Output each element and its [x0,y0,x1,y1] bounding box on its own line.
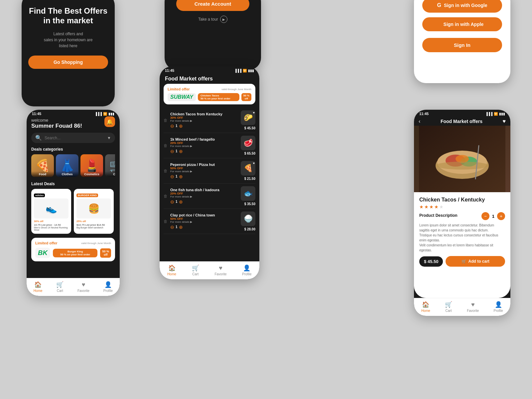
product-detail-body: Chicken Tacos / Kentucky ★ ★ ★ ★ ★ Produ… [414,192,510,298]
fi-off-0: 30% OFF [170,116,238,119]
trash-icon-3[interactable]: 🗑 [164,194,168,199]
latest-deals-row: adidas 👟 30% off 10.75 List price : 14.5… [31,189,115,234]
p4-lo-valid: valid through June Month [221,88,251,91]
qty-minus-3[interactable]: ⊖ [170,199,174,204]
qty-plus-3[interactable]: ⊕ [179,199,183,204]
nav-profile[interactable]: 👤 Profile [103,281,113,293]
qty-plus-1[interactable]: ⊕ [179,149,183,154]
category-food[interactable]: 🍕 Food [31,154,54,177]
cart-icon-detail: 🛒 [462,259,466,264]
p4-deal-box: Chicken Tacos50 % on your first order [198,93,239,101]
bottom-nav-detail: 🏠 Home 🛒 Cart ♥ Favorite 👤 Profile [414,298,510,316]
hero-svg [419,126,505,192]
deal-card-adidas[interactable]: adidas 👟 30% off 10.75 List price : 14.5… [31,189,71,234]
qty-minus-2[interactable]: ⊖ [170,174,174,179]
category-cosmetics-label: Cosmetics [80,171,103,177]
favorite-button[interactable]: ♥ [503,118,506,124]
sign-in-apple-button[interactable]: Sign in with Apple [422,17,502,31]
nav-detail-home-label: Home [421,309,430,313]
category-more[interactable]: 🛒 Ch... [105,154,115,177]
food-item-2: 🗑 Peperoni pizza / Pizza hut 50% OFF For… [164,158,255,184]
star-5: ★ [439,204,444,209]
phone-home: 11:45 ▐▐▐ 🛜 ▮▮▮ welcome Summer Fouad 86!… [27,110,120,296]
trash-icon-2[interactable]: 🗑 [164,169,168,173]
nav-cart[interactable]: 🛒 Cart [56,281,64,293]
deal-price-bk: $10.75 List price $14.50 [76,223,111,226]
nav-food-profile[interactable]: 👤 Profile [242,264,251,276]
star-3: ★ [429,204,434,209]
detail-profile-icon: 👤 [495,301,502,308]
trash-icon-4[interactable]: 🗑 [164,219,168,224]
nav-favorite[interactable]: ♥ Favorite [77,281,89,293]
qty-plus-0[interactable]: ⊕ [179,123,183,129]
food-item-3: 🗑 One fish tuna dish / kadoura 20% OFF F… [164,184,255,209]
nav-detail-home[interactable]: 🏠 Home [421,301,430,313]
svg-point-6 [436,162,489,170]
home-icon: 🏠 [34,281,42,288]
nav-profile-label: Profile [103,289,113,293]
trash-icon-0[interactable]: 🗑 [164,118,168,123]
limited-offer-card: Limited offer valid through June Month B… [31,238,115,261]
nav-detail-fav-label: Favorite [467,309,479,313]
nav-food-favorite[interactable]: ♥ Favorite [214,265,226,276]
nav-food-home-label: Home [167,272,176,276]
nav-food-cart[interactable]: 🛒 Cart [192,264,199,276]
nav-detail-cart[interactable]: 🛒 Cart [445,301,452,313]
back-button[interactable]: ‹ [419,118,420,124]
fi-off-2: 50% OFF [170,167,238,170]
fi-img-1: 🥩 [241,136,255,150]
qty-minus-detail[interactable]: − [481,212,489,220]
fi-more-3[interactable]: For more details ▶ [170,195,238,198]
qty-plus-4[interactable]: ⊕ [179,224,183,230]
add-to-cart-button[interactable]: 🛒 Add to cart [446,256,505,267]
status-bar-detail: 11:45 ▐▐▐ 🛜 ▮▮▮ [414,110,510,116]
deal-off-bk: 25% off [76,220,111,223]
create-account-button[interactable]: Create Account [176,0,249,11]
category-clothes[interactable]: 👗 Clothes [56,154,78,177]
lo-valid: valid through June Month [81,242,111,245]
category-cosmetics[interactable]: 💄 Cosmetics [80,154,103,177]
fi-more-4[interactable]: For more details ▶ [170,220,238,223]
product-hero-image [414,126,510,192]
qty-minus-1[interactable]: ⊖ [170,149,174,154]
filter-icon[interactable]: ▼ [107,136,111,140]
deal-img-adidas: 👟 [34,199,68,218]
nav-detail-favorite[interactable]: ♥ Favorite [467,301,479,313]
fi-more-1[interactable]: For more details ▶ [170,145,238,148]
nav-food-home[interactable]: 🏠 Home [167,264,176,276]
phone-food-market: 11:45 ▐▐▐ 🛜 ▮▮▮ Food Market offers Limit… [160,66,259,279]
go-shopping-button[interactable]: Go Shopping [28,56,108,69]
deal-card-bk[interactable]: BURGER KING 🍔 25% off $10.75 List price … [74,189,114,234]
product-name: Chicken Tacos / Kentucky [419,197,505,203]
qty-plus-detail[interactable]: + [497,212,505,220]
trash-icon-1[interactable]: 🗑 [164,143,168,148]
fi-more-2[interactable]: For more details ▶ [170,170,238,173]
sign-in-button[interactable]: Sign In [422,38,502,52]
qty-plus-2[interactable]: ⊕ [179,174,183,179]
bell-icon[interactable]: 🔔 [104,116,115,127]
fi-more-0[interactable]: For more details ▶ [170,119,238,122]
bottom-nav-food: 🏠 Home 🛒 Cart ♥ Favorite 👤 Profile [160,261,259,279]
qty-num-4: 1 [176,225,178,229]
phone-signin: G Sign in with Google Sign in with Apple… [414,0,510,83]
nav-detail-profile[interactable]: 👤 Profile [494,301,503,313]
nav-food-profile-label: Profile [242,272,251,276]
fi-name-1: 1k Minced beef / faragello [170,137,238,141]
search-input[interactable] [45,136,104,140]
lo-pct: 50 %off [100,248,111,258]
heart-icon: ♥ [82,281,85,288]
food-list: 🗑 Chicken Tacos from Kentucky 30% OFF Fo… [160,108,259,261]
food-cart-icon: 🛒 [192,264,199,272]
search-bar[interactable]: 🔍 ▼ [31,133,115,143]
nav-home[interactable]: 🏠 Home [34,281,43,293]
fi-img-2: 🍕♥ [241,161,255,176]
fi-name-0: Chicken Tacos from Kentucky [170,112,238,116]
splash-subtitle: Latest offers and sales in your hometown… [44,31,93,49]
take-tour-link[interactable]: Take a tour ▶ [198,16,227,23]
sign-in-google-button[interactable]: G Sign in with Google [422,0,502,13]
fi-price-0: $ 45.50 [241,126,255,130]
qty-minus-4[interactable]: ⊖ [170,224,174,230]
nav-detail-profile-label: Profile [494,309,503,313]
qty-minus-0[interactable]: ⊖ [170,123,174,129]
fi-img-3: 🐟 [241,186,255,201]
